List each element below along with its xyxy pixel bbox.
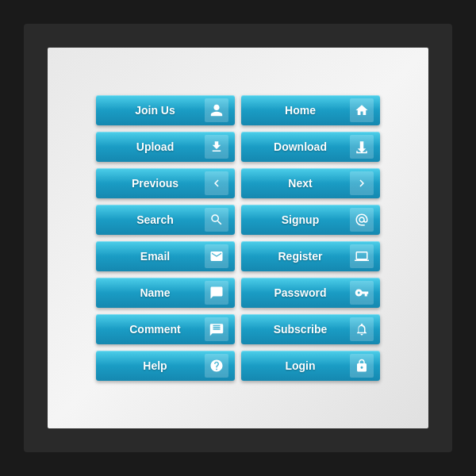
previous-label: Previous (106, 177, 205, 190)
next-button[interactable]: Next (241, 168, 380, 198)
upload-label: Upload (106, 140, 205, 153)
password-button[interactable]: Password (241, 278, 380, 308)
home-button[interactable]: Home (241, 95, 380, 125)
outer-frame: Join Us Home Upload Download (24, 24, 452, 452)
password-label: Password (251, 286, 350, 299)
download-label: Download (251, 140, 350, 153)
at-icon (350, 208, 374, 232)
home-icon (350, 98, 374, 122)
lock-icon (350, 354, 374, 378)
inner-panel: Join Us Home Upload Download (48, 48, 428, 428)
email-label: Email (106, 250, 205, 263)
email-button[interactable]: Email (96, 241, 235, 271)
upload-button[interactable]: Upload (96, 132, 235, 162)
button-grid: Join Us Home Upload Download (80, 79, 396, 397)
chevron-right-icon (350, 171, 374, 195)
signup-label: Signup (251, 213, 350, 226)
search-label: Search (106, 213, 205, 226)
join-us-button[interactable]: Join Us (96, 95, 235, 125)
login-label: Login (251, 359, 350, 372)
name-label: Name (106, 286, 205, 299)
previous-button[interactable]: Previous (96, 168, 235, 198)
subscribe-button[interactable]: Subscribe (241, 314, 380, 344)
search-icon (205, 208, 228, 232)
chevron-left-icon (205, 171, 228, 195)
download-button[interactable]: Download (241, 132, 380, 162)
subscribe-icon (350, 317, 374, 341)
email-icon (205, 244, 228, 268)
comment-icon (205, 317, 228, 341)
key-icon (350, 281, 374, 305)
next-label: Next (251, 177, 350, 190)
upload-icon (205, 135, 228, 159)
laptop-icon (350, 244, 374, 268)
name-button[interactable]: Name (96, 278, 235, 308)
help-icon (205, 354, 228, 378)
chat-icon (205, 281, 228, 305)
download-icon (350, 135, 374, 159)
join-us-label: Join Us (106, 104, 205, 117)
person-icon (205, 98, 228, 122)
help-button[interactable]: Help (96, 351, 235, 381)
home-label: Home (251, 104, 350, 117)
register-button[interactable]: Register (241, 241, 380, 271)
comment-button[interactable]: Comment (96, 314, 235, 344)
subscribe-label: Subscribe (251, 323, 350, 336)
signup-button[interactable]: Signup (241, 205, 380, 235)
comment-label: Comment (106, 323, 205, 336)
search-button[interactable]: Search (96, 205, 235, 235)
login-button[interactable]: Login (241, 351, 380, 381)
register-label: Register (251, 250, 350, 263)
help-label: Help (106, 359, 205, 372)
